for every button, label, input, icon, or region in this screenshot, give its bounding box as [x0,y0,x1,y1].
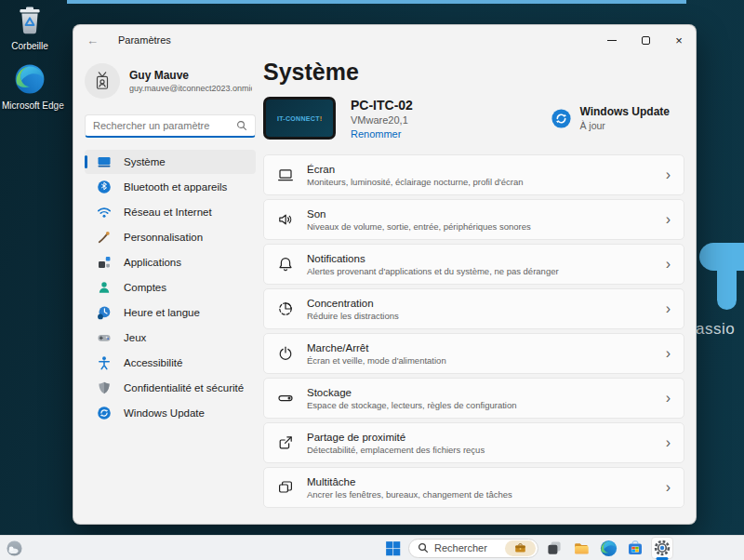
card-stockage[interactable]: Stockage Espace de stockage, lecteurs, r… [263,378,684,419]
card-title: Partage de proximité [307,432,485,443]
chevron-right-icon: › [666,212,671,227]
desktop-icon-label: Corbeille [2,41,58,51]
settings-window: ← Paramètres × [73,24,697,525]
back-button[interactable]: ← [86,33,103,47]
focus-dial-icon [277,300,294,317]
minimize-icon [607,40,617,41]
device-info: PC-ITC-02 VMware20,1 Renommer [351,98,413,140]
id-badge-icon [92,71,113,91]
sidebar-item-label: Applications [124,257,181,268]
wallpaper-partial-text: assio [696,320,735,339]
windows-update-icon [551,109,571,128]
card-subtitle: Réduire les distractions [307,311,399,321]
file-explorer-button[interactable] [570,537,592,559]
card-title: Multitâche [307,476,512,487]
storage-drive-icon [277,390,294,407]
search-highlight-badge [505,540,536,556]
device-model: VMware20,1 [351,114,413,126]
sidebar-item-applications[interactable]: Applications [85,250,256,274]
sidebar-item-label: Système [124,156,166,167]
minimize-button[interactable] [595,25,629,55]
card-subtitle: Alertes provenant d'applications et du s… [307,266,559,276]
windows-update-status[interactable]: Windows Update À jour [551,105,670,131]
sidebar-item-label: Jeux [124,332,146,343]
search-icon [236,120,247,131]
card-subtitle: Niveaux de volume, sortie, entrée, périp… [307,221,531,232]
edge-icon [600,540,618,557]
chevron-right-icon: › [666,480,671,495]
sidebar-item-jeux[interactable]: Jeux [85,326,256,350]
card-concentration[interactable]: Concentration Réduire les distractions › [263,288,684,329]
maximize-button[interactable] [629,25,662,55]
card-title: Concentration [307,298,399,309]
rename-link[interactable]: Renommer [351,128,413,140]
sidebar-item-confidentialite[interactable]: Confidentialité et sécurité [85,376,256,400]
sidebar-item-label: Bluetooth et appareils [124,181,227,193]
profile-email: guy.mauve@itconnect2023.onmicro... [129,84,252,93]
sidebar-item-personnalisation[interactable]: Personnalisation [85,225,256,249]
task-view-button[interactable] [543,537,565,559]
sidebar-item-comptes[interactable]: Comptes [85,275,256,300]
sidebar-item-heure-langue[interactable]: Heure et langue [85,300,256,325]
sidebar-item-accessibilite[interactable]: Accessibilité [85,351,256,375]
chevron-right-icon: › [666,391,671,406]
clock-globe-icon [97,305,112,320]
device-name: PC-ITC-02 [351,98,413,113]
card-ecran[interactable]: Écran Moniteurs, luminosité, éclairage n… [263,154,684,195]
start-button[interactable] [381,537,404,559]
card-subtitle: Espace de stockage, lecteurs, règles de … [307,400,517,410]
speaker-icon [277,211,294,228]
card-title: Son [307,208,531,220]
wifi-icon [97,205,112,220]
sidebar-item-label: Windows Update [124,407,205,419]
gear-icon [654,540,671,556]
sidebar-item-windows-update[interactable]: Windows Update [85,401,256,425]
card-son[interactable]: Son Niveaux de volume, sortie, entrée, p… [263,199,684,240]
card-title: Écran [307,164,524,175]
taskbar-search[interactable]: Rechercher [408,539,538,558]
sidebar: Guy Mauve guy.mauve@itconnect2023.onmicr… [73,55,263,525]
desktop-icon-microsoft-edge[interactable]: Microsoft Edge [2,63,58,111]
widgets-button[interactable] [6,540,23,557]
card-notifications[interactable]: Notifications Alertes provenant d'applic… [263,244,684,285]
settings-search-input[interactable] [93,120,236,131]
taskbar-center: Rechercher [381,536,673,560]
device-wallpaper-accent: ! [320,115,322,122]
profile-block[interactable]: Guy Mauve guy.mauve@itconnect2023.onmicr… [85,60,256,101]
card-title: Notifications [307,253,559,264]
windows-update-icon [97,406,112,420]
sidebar-item-reseau[interactable]: Réseau et Internet [85,200,256,224]
card-subtitle: Moniteurs, luminosité, éclairage nocturn… [307,177,524,187]
card-subtitle: Écran et veille, mode d'alimentation [307,355,446,366]
sidebar-item-bluetooth[interactable]: Bluetooth et appareils [85,175,256,199]
display-icon [277,167,294,183]
microsoft-store-button[interactable] [624,537,646,559]
window-controls: × [595,25,696,55]
multitask-windows-icon [277,479,294,496]
close-button[interactable]: × [662,25,696,55]
sidebar-item-label: Comptes [124,282,166,293]
card-partage-proximite[interactable]: Partage de proximité Détectabilité, empl… [263,422,684,463]
device-thumbnail-screen: IT-CONNECT! [266,100,333,137]
chevron-right-icon: › [666,435,671,450]
gamepad-icon [97,330,112,345]
edge-button[interactable] [597,537,619,559]
apps-icon [97,255,112,270]
chevron-right-icon: › [666,301,671,316]
sidebar-item-systeme[interactable]: Système [85,150,256,174]
chevron-right-icon: › [666,167,671,182]
task-view-icon [546,540,563,556]
desktop-icon-recycle-bin[interactable]: Corbeille [2,6,58,51]
bluetooth-icon [97,180,112,194]
card-multitache[interactable]: Multitâche Ancrer les fenêtres, bureaux,… [263,467,684,508]
shield-icon [97,380,112,395]
desktop-icon-label: Microsoft Edge [2,100,58,111]
share-icon [277,434,294,451]
card-subtitle: Détectabilité, emplacement des fichiers … [307,445,485,455]
main-panel: Système IT-CONNECT! PC-ITC-02 VMware20,1… [263,55,696,525]
selected-indicator [85,155,87,168]
settings-button[interactable] [651,537,673,559]
taskbar-search-label: Rechercher [434,542,499,553]
sidebar-item-label: Confidentialité et sécurité [124,382,244,393]
card-marche-arret[interactable]: Marche/Arrêt Écran et veille, mode d'ali… [263,333,684,374]
